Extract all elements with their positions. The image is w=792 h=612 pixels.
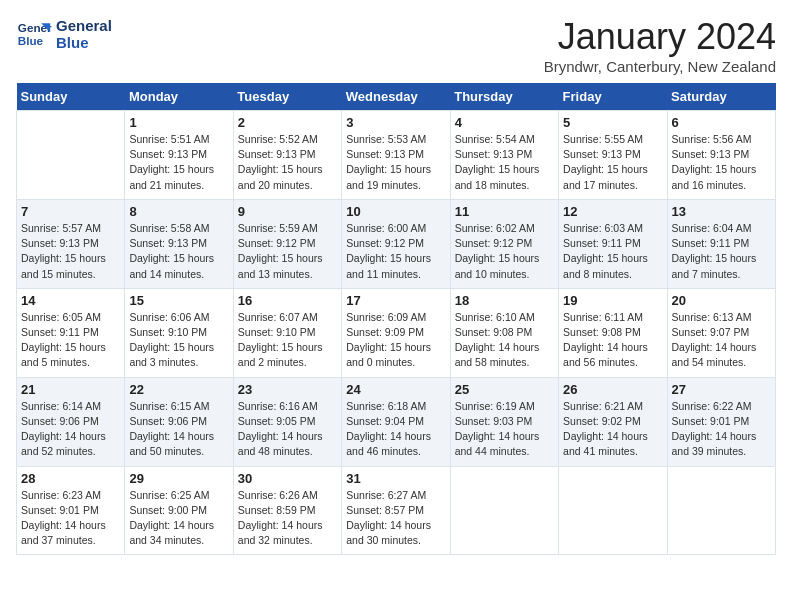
day-number: 18 (455, 293, 554, 308)
day-number: 4 (455, 115, 554, 130)
calendar-cell: 3Sunrise: 5:53 AM Sunset: 9:13 PM Daylig… (342, 111, 450, 200)
day-number: 19 (563, 293, 662, 308)
calendar-cell: 15Sunrise: 6:06 AM Sunset: 9:10 PM Dayli… (125, 288, 233, 377)
calendar-cell: 11Sunrise: 6:02 AM Sunset: 9:12 PM Dayli… (450, 199, 558, 288)
calendar-cell: 22Sunrise: 6:15 AM Sunset: 9:06 PM Dayli… (125, 377, 233, 466)
day-number: 27 (672, 382, 771, 397)
calendar-cell: 1Sunrise: 5:51 AM Sunset: 9:13 PM Daylig… (125, 111, 233, 200)
day-info: Sunrise: 6:02 AM Sunset: 9:12 PM Dayligh… (455, 221, 554, 282)
day-number: 24 (346, 382, 445, 397)
weekday-header-thursday: Thursday (450, 83, 558, 111)
day-info: Sunrise: 6:22 AM Sunset: 9:01 PM Dayligh… (672, 399, 771, 460)
calendar-cell: 7Sunrise: 5:57 AM Sunset: 9:13 PM Daylig… (17, 199, 125, 288)
logo: General Blue General Blue (16, 16, 112, 52)
day-number: 23 (238, 382, 337, 397)
day-info: Sunrise: 5:58 AM Sunset: 9:13 PM Dayligh… (129, 221, 228, 282)
day-info: Sunrise: 6:13 AM Sunset: 9:07 PM Dayligh… (672, 310, 771, 371)
page-header: General Blue General Blue January 2024 B… (16, 16, 776, 75)
calendar-cell (17, 111, 125, 200)
day-info: Sunrise: 6:10 AM Sunset: 9:08 PM Dayligh… (455, 310, 554, 371)
calendar-cell: 13Sunrise: 6:04 AM Sunset: 9:11 PM Dayli… (667, 199, 775, 288)
week-row-4: 21Sunrise: 6:14 AM Sunset: 9:06 PM Dayli… (17, 377, 776, 466)
day-info: Sunrise: 6:15 AM Sunset: 9:06 PM Dayligh… (129, 399, 228, 460)
logo-line1: General (56, 17, 112, 34)
day-number: 5 (563, 115, 662, 130)
day-info: Sunrise: 6:03 AM Sunset: 9:11 PM Dayligh… (563, 221, 662, 282)
day-info: Sunrise: 5:57 AM Sunset: 9:13 PM Dayligh… (21, 221, 120, 282)
calendar-cell: 10Sunrise: 6:00 AM Sunset: 9:12 PM Dayli… (342, 199, 450, 288)
calendar-cell: 24Sunrise: 6:18 AM Sunset: 9:04 PM Dayli… (342, 377, 450, 466)
weekday-header-saturday: Saturday (667, 83, 775, 111)
day-number: 6 (672, 115, 771, 130)
day-number: 31 (346, 471, 445, 486)
day-number: 3 (346, 115, 445, 130)
calendar-cell (559, 466, 667, 555)
calendar-cell: 18Sunrise: 6:10 AM Sunset: 9:08 PM Dayli… (450, 288, 558, 377)
day-info: Sunrise: 6:19 AM Sunset: 9:03 PM Dayligh… (455, 399, 554, 460)
calendar-cell: 20Sunrise: 6:13 AM Sunset: 9:07 PM Dayli… (667, 288, 775, 377)
calendar-cell: 2Sunrise: 5:52 AM Sunset: 9:13 PM Daylig… (233, 111, 341, 200)
calendar-cell: 9Sunrise: 5:59 AM Sunset: 9:12 PM Daylig… (233, 199, 341, 288)
day-number: 11 (455, 204, 554, 219)
day-info: Sunrise: 5:54 AM Sunset: 9:13 PM Dayligh… (455, 132, 554, 193)
calendar-cell: 4Sunrise: 5:54 AM Sunset: 9:13 PM Daylig… (450, 111, 558, 200)
calendar-cell: 31Sunrise: 6:27 AM Sunset: 8:57 PM Dayli… (342, 466, 450, 555)
day-info: Sunrise: 6:18 AM Sunset: 9:04 PM Dayligh… (346, 399, 445, 460)
day-number: 14 (21, 293, 120, 308)
day-info: Sunrise: 6:04 AM Sunset: 9:11 PM Dayligh… (672, 221, 771, 282)
logo-line2: Blue (56, 34, 112, 51)
day-number: 16 (238, 293, 337, 308)
day-info: Sunrise: 5:52 AM Sunset: 9:13 PM Dayligh… (238, 132, 337, 193)
calendar-cell: 25Sunrise: 6:19 AM Sunset: 9:03 PM Dayli… (450, 377, 558, 466)
day-info: Sunrise: 6:09 AM Sunset: 9:09 PM Dayligh… (346, 310, 445, 371)
calendar-cell (667, 466, 775, 555)
svg-text:Blue: Blue (18, 34, 44, 47)
location: Bryndwr, Canterbury, New Zealand (544, 58, 776, 75)
day-info: Sunrise: 5:53 AM Sunset: 9:13 PM Dayligh… (346, 132, 445, 193)
day-info: Sunrise: 5:56 AM Sunset: 9:13 PM Dayligh… (672, 132, 771, 193)
title-block: January 2024 Bryndwr, Canterbury, New Ze… (544, 16, 776, 75)
calendar-cell: 26Sunrise: 6:21 AM Sunset: 9:02 PM Dayli… (559, 377, 667, 466)
day-info: Sunrise: 6:26 AM Sunset: 8:59 PM Dayligh… (238, 488, 337, 549)
calendar-cell: 29Sunrise: 6:25 AM Sunset: 9:00 PM Dayli… (125, 466, 233, 555)
month-title: January 2024 (544, 16, 776, 58)
day-number: 12 (563, 204, 662, 219)
calendar-cell: 28Sunrise: 6:23 AM Sunset: 9:01 PM Dayli… (17, 466, 125, 555)
weekday-header-friday: Friday (559, 83, 667, 111)
day-info: Sunrise: 5:55 AM Sunset: 9:13 PM Dayligh… (563, 132, 662, 193)
day-number: 10 (346, 204, 445, 219)
calendar-cell: 5Sunrise: 5:55 AM Sunset: 9:13 PM Daylig… (559, 111, 667, 200)
day-number: 22 (129, 382, 228, 397)
day-number: 2 (238, 115, 337, 130)
calendar-cell: 14Sunrise: 6:05 AM Sunset: 9:11 PM Dayli… (17, 288, 125, 377)
day-info: Sunrise: 6:11 AM Sunset: 9:08 PM Dayligh… (563, 310, 662, 371)
weekday-header-wednesday: Wednesday (342, 83, 450, 111)
day-number: 25 (455, 382, 554, 397)
week-row-2: 7Sunrise: 5:57 AM Sunset: 9:13 PM Daylig… (17, 199, 776, 288)
day-number: 9 (238, 204, 337, 219)
day-number: 26 (563, 382, 662, 397)
calendar-cell: 8Sunrise: 5:58 AM Sunset: 9:13 PM Daylig… (125, 199, 233, 288)
calendar-cell: 17Sunrise: 6:09 AM Sunset: 9:09 PM Dayli… (342, 288, 450, 377)
day-info: Sunrise: 6:06 AM Sunset: 9:10 PM Dayligh… (129, 310, 228, 371)
day-number: 15 (129, 293, 228, 308)
calendar-cell (450, 466, 558, 555)
day-info: Sunrise: 6:00 AM Sunset: 9:12 PM Dayligh… (346, 221, 445, 282)
calendar-cell: 21Sunrise: 6:14 AM Sunset: 9:06 PM Dayli… (17, 377, 125, 466)
day-number: 1 (129, 115, 228, 130)
calendar-cell: 6Sunrise: 5:56 AM Sunset: 9:13 PM Daylig… (667, 111, 775, 200)
day-info: Sunrise: 6:25 AM Sunset: 9:00 PM Dayligh… (129, 488, 228, 549)
day-number: 8 (129, 204, 228, 219)
day-number: 13 (672, 204, 771, 219)
day-info: Sunrise: 6:23 AM Sunset: 9:01 PM Dayligh… (21, 488, 120, 549)
calendar-cell: 12Sunrise: 6:03 AM Sunset: 9:11 PM Dayli… (559, 199, 667, 288)
calendar-cell: 23Sunrise: 6:16 AM Sunset: 9:05 PM Dayli… (233, 377, 341, 466)
day-info: Sunrise: 5:51 AM Sunset: 9:13 PM Dayligh… (129, 132, 228, 193)
week-row-5: 28Sunrise: 6:23 AM Sunset: 9:01 PM Dayli… (17, 466, 776, 555)
day-number: 21 (21, 382, 120, 397)
weekday-header-monday: Monday (125, 83, 233, 111)
day-info: Sunrise: 6:21 AM Sunset: 9:02 PM Dayligh… (563, 399, 662, 460)
weekday-header-tuesday: Tuesday (233, 83, 341, 111)
week-row-3: 14Sunrise: 6:05 AM Sunset: 9:11 PM Dayli… (17, 288, 776, 377)
weekday-header-row: SundayMondayTuesdayWednesdayThursdayFrid… (17, 83, 776, 111)
